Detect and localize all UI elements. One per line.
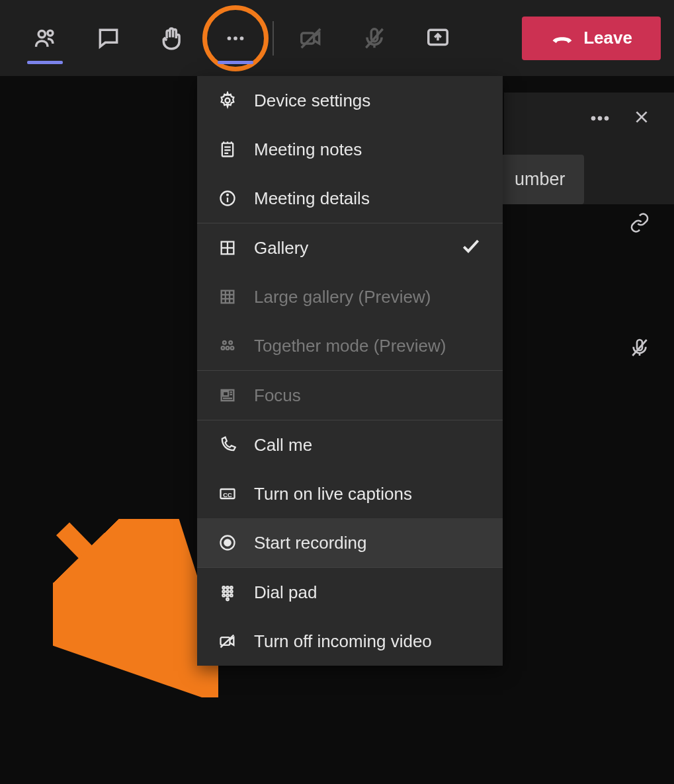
record-icon — [218, 533, 237, 552]
leave-label: Leave — [583, 28, 632, 48]
camera-off-button[interactable] — [279, 0, 343, 76]
more-actions-menu: Device settings Meeting notes Meeting de… — [197, 76, 503, 666]
hangup-icon — [550, 30, 574, 46]
svg-line-17 — [63, 529, 189, 658]
svg-point-37 — [226, 346, 230, 350]
partial-text[interactable]: umber — [496, 155, 584, 204]
svg-point-0 — [38, 30, 45, 37]
check-icon — [460, 235, 482, 261]
menu-label: Focus — [254, 385, 301, 406]
menu-call-me[interactable]: Call me — [197, 420, 503, 469]
cc-icon: CC — [218, 485, 237, 503]
svg-point-50 — [230, 586, 233, 589]
svg-point-12 — [605, 116, 609, 120]
svg-point-52 — [226, 590, 229, 593]
menu-label: Turn on live captions — [254, 484, 412, 504]
meeting-toolbar: Leave — [0, 0, 674, 76]
notes-icon — [218, 140, 237, 159]
toolbar-divider — [273, 21, 274, 56]
svg-point-54 — [222, 594, 225, 597]
svg-point-47 — [224, 539, 230, 545]
chat-button[interactable] — [77, 0, 140, 76]
menu-device-settings[interactable]: Device settings — [197, 76, 503, 125]
more-actions-button[interactable] — [204, 0, 267, 76]
mic-off-button[interactable] — [343, 0, 406, 76]
menu-dial-pad[interactable]: Dial pad — [197, 568, 503, 617]
menu-large-gallery: Large gallery (Preview) — [197, 272, 503, 321]
raise-hand-button[interactable] — [140, 0, 204, 76]
svg-point-55 — [226, 594, 229, 597]
svg-point-53 — [230, 590, 233, 593]
svg-point-1 — [48, 30, 53, 36]
svg-point-48 — [222, 586, 225, 589]
participant-mic-muted-icon — [629, 337, 650, 361]
svg-point-34 — [223, 341, 226, 344]
svg-text:CC: CC — [223, 492, 232, 498]
menu-label: Call me — [254, 435, 312, 455]
gear-icon — [218, 91, 237, 110]
svg-line-6 — [302, 28, 321, 48]
svg-point-4 — [240, 36, 244, 40]
menu-live-captions[interactable]: CC Turn on live captions — [197, 469, 503, 518]
svg-rect-29 — [222, 291, 234, 303]
leave-button[interactable]: Leave — [522, 17, 661, 60]
focus-icon — [218, 386, 237, 405]
menu-label: Meeting details — [254, 188, 370, 209]
info-icon — [218, 189, 237, 208]
menu-label: Dial pad — [254, 582, 317, 603]
svg-point-49 — [226, 586, 229, 589]
annotation-arrow — [53, 519, 218, 697]
menu-meeting-details[interactable]: Meeting details — [197, 174, 503, 223]
together-icon — [218, 336, 237, 355]
share-screen-button[interactable] — [406, 0, 470, 76]
video-off-icon — [218, 632, 237, 650]
svg-point-10 — [591, 116, 595, 120]
menu-label: Turn off incoming video — [254, 631, 432, 652]
svg-point-3 — [233, 36, 237, 40]
menu-label: Gallery — [254, 238, 308, 258]
svg-point-51 — [222, 590, 225, 593]
svg-point-38 — [231, 346, 234, 350]
menu-gallery[interactable]: Gallery — [197, 223, 503, 272]
close-icon[interactable] — [633, 108, 650, 128]
svg-point-2 — [228, 36, 232, 40]
svg-point-35 — [229, 341, 232, 344]
large-gallery-icon — [218, 288, 237, 306]
side-panel: umber — [504, 93, 674, 204]
menu-label: Start recording — [254, 533, 367, 553]
menu-label: Device settings — [254, 91, 370, 111]
menu-focus: Focus — [197, 371, 503, 420]
svg-point-11 — [598, 116, 602, 120]
menu-label: Together mode (Preview) — [254, 336, 446, 356]
svg-point-25 — [227, 194, 228, 196]
link-icon[interactable] — [629, 212, 650, 236]
people-button[interactable] — [13, 0, 77, 76]
side-panel-header — [504, 93, 674, 136]
panel-more-icon[interactable] — [591, 112, 609, 124]
menu-meeting-notes[interactable]: Meeting notes — [197, 125, 503, 174]
menu-turn-off-incoming-video[interactable]: Turn off incoming video — [197, 617, 503, 666]
phone-icon — [218, 436, 237, 454]
gallery-icon — [218, 239, 237, 257]
menu-label: Large gallery (Preview) — [254, 287, 431, 307]
svg-point-57 — [226, 598, 229, 601]
svg-point-56 — [230, 594, 233, 597]
svg-point-36 — [222, 346, 225, 350]
menu-together-mode: Together mode (Preview) — [197, 321, 503, 370]
menu-start-recording[interactable]: Start recording — [197, 518, 503, 567]
svg-rect-40 — [223, 391, 228, 396]
svg-point-18 — [226, 98, 230, 103]
menu-label: Meeting notes — [254, 139, 362, 160]
dialpad-icon — [218, 583, 237, 602]
